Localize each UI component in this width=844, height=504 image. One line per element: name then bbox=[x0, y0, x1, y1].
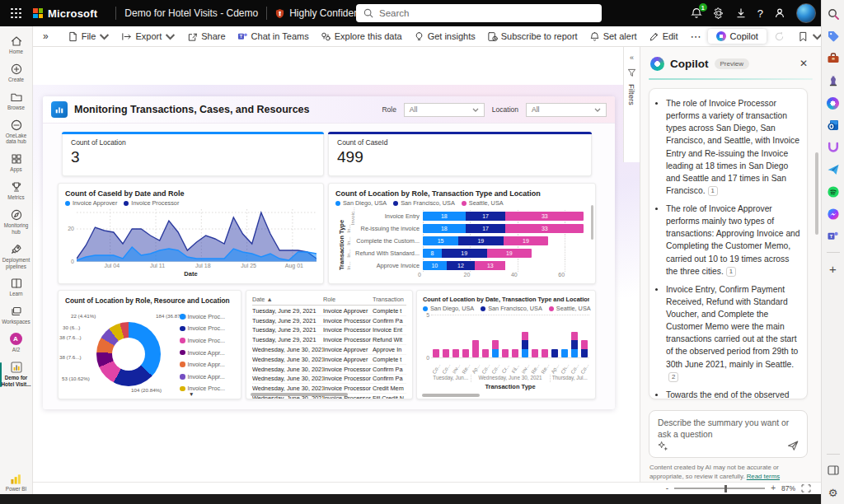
vbar-stack[interactable] bbox=[472, 340, 479, 357]
vbar-stack[interactable] bbox=[522, 332, 528, 357]
vbar-stack[interactable] bbox=[443, 349, 449, 357]
citation-chip[interactable]: 2 bbox=[668, 372, 678, 382]
account-avatar[interactable] bbox=[796, 3, 816, 23]
vbar-stack[interactable] bbox=[482, 349, 489, 357]
edge-search-icon[interactable] bbox=[827, 7, 840, 21]
sidebar-item-pipelines[interactable]: Deployment pipelines bbox=[0, 240, 33, 274]
filters-pane-collapsed[interactable]: « Filters bbox=[623, 47, 640, 162]
vbar-stack[interactable] bbox=[492, 340, 499, 357]
more-options-button[interactable]: ⋯ bbox=[684, 30, 708, 43]
clip-app-icon[interactable] bbox=[827, 141, 840, 154]
zoom-slider-thumb[interactable] bbox=[724, 485, 727, 492]
zoom-in-button[interactable]: + bbox=[771, 484, 776, 492]
outlook-icon[interactable] bbox=[827, 119, 840, 132]
chess-icon[interactable] bbox=[827, 74, 840, 87]
file-button[interactable]: File bbox=[62, 26, 116, 46]
donut-chart-location-by-role-resource[interactable]: Count of Location by Role, Resource and … bbox=[58, 290, 241, 399]
collapse-filters-icon[interactable]: « bbox=[630, 54, 634, 62]
legend-more-caret[interactable]: ▼ bbox=[189, 391, 194, 397]
toolbox-icon[interactable] bbox=[827, 52, 840, 65]
copilot-prompt-input[interactable]: Describe the summary you want or ask a q… bbox=[649, 410, 808, 458]
vbar-stack[interactable] bbox=[542, 349, 548, 357]
messenger-icon[interactable] bbox=[827, 208, 840, 221]
teams-button[interactable]: TChat in Teams bbox=[232, 26, 315, 46]
vbar-stack[interactable] bbox=[452, 349, 459, 357]
expand-nav-button[interactable]: » bbox=[40, 30, 52, 42]
kpi-card-count-of-location[interactable]: Count of Location 3 bbox=[62, 132, 324, 176]
download-button[interactable] bbox=[735, 7, 747, 19]
toggle-sidebar-icon[interactable] bbox=[827, 464, 840, 477]
close-copilot-button[interactable]: ✕ bbox=[796, 56, 811, 71]
vbar-stack[interactable] bbox=[561, 349, 568, 357]
copilot-app-icon[interactable] bbox=[827, 96, 840, 110]
table-column-header[interactable]: Date ▲ bbox=[252, 296, 323, 303]
vbar-stack[interactable] bbox=[581, 340, 588, 357]
hbar-stack[interactable]: 181733 bbox=[423, 212, 584, 221]
vbar-stack[interactable] bbox=[551, 349, 558, 357]
vbar-stack[interactable] bbox=[532, 349, 538, 357]
table-column-header[interactable]: Transaction bbox=[373, 296, 406, 303]
horizontal-scrollbar[interactable] bbox=[251, 393, 348, 396]
subscribe-button[interactable]: Subscribe to report bbox=[481, 26, 584, 46]
sidebar-item-learn[interactable]: Learn bbox=[0, 273, 33, 301]
vertical-scrollbar[interactable] bbox=[591, 205, 594, 240]
sidebar-item-browse[interactable]: Browse bbox=[0, 87, 33, 115]
settings-button[interactable] bbox=[713, 7, 724, 19]
send-icon[interactable] bbox=[787, 440, 799, 451]
kpi-card-count-of-caseid[interactable]: Count of CaseId 499 bbox=[328, 132, 592, 176]
fit-to-page-icon[interactable] bbox=[801, 484, 811, 492]
alert-button[interactable]: Set alert bbox=[584, 26, 643, 46]
suggestions-sparkle-icon[interactable] bbox=[658, 441, 668, 451]
sidebar-item-home[interactable]: Home bbox=[0, 31, 33, 59]
vbar-stack[interactable] bbox=[502, 349, 509, 357]
hbar-stack[interactable]: 81919 bbox=[423, 249, 532, 258]
export-button[interactable]: Export bbox=[115, 26, 181, 46]
edit-button[interactable]: Edit bbox=[643, 26, 684, 46]
table-visual-transactions[interactable]: Date ▲RoleTransactionTuesday, June 29, 2… bbox=[246, 290, 413, 399]
sidebar-item-report[interactable]: Demo for Hotel Visit... bbox=[0, 357, 33, 392]
sidebar-item-workspaces[interactable]: Workspaces bbox=[0, 301, 33, 329]
table-column-header[interactable]: Role bbox=[323, 296, 373, 303]
sidebar-item-onelake[interactable]: OneLake data hub bbox=[0, 115, 33, 150]
sidebar-item-ai2[interactable]: AAI2 bbox=[0, 329, 33, 357]
citation-chip[interactable]: 1 bbox=[708, 186, 718, 196]
vbar-stack[interactable] bbox=[433, 349, 439, 357]
plane-icon[interactable] bbox=[827, 163, 840, 176]
sidebar-item-metrics[interactable]: Metrics bbox=[0, 177, 33, 205]
role-filter-dropdown[interactable]: All bbox=[404, 103, 485, 117]
share-button[interactable]: Share bbox=[181, 26, 231, 46]
copilot-toolbar-button[interactable]: Copilot bbox=[708, 29, 767, 44]
area-chart-caseid-by-date-role[interactable]: Count of CaseId by Date and Role Invoice… bbox=[58, 183, 324, 284]
sidebar-item-apps[interactable]: Apps bbox=[0, 149, 33, 177]
donut-plot[interactable] bbox=[96, 322, 161, 386]
copilot-scrollbar[interactable] bbox=[815, 152, 818, 235]
location-filter-dropdown[interactable]: All bbox=[526, 103, 607, 117]
zoom-out-button[interactable]: - bbox=[666, 484, 668, 492]
waffle-menu-icon[interactable] bbox=[11, 8, 21, 19]
sidebar-item-create[interactable]: Create bbox=[0, 59, 33, 87]
vbar-stack[interactable] bbox=[512, 349, 518, 357]
teams-app-icon[interactable]: T bbox=[827, 230, 840, 243]
sidebar-settings-icon[interactable]: ⚙ bbox=[827, 486, 840, 499]
horizontal-scrollbar[interactable] bbox=[422, 394, 480, 397]
vbar-stack[interactable] bbox=[462, 349, 469, 357]
history-button[interactable] bbox=[774, 31, 785, 42]
sidebar-item-monitoring[interactable]: Monitoring hub bbox=[0, 205, 33, 240]
bar-chart-location-by-date-transaction[interactable]: Count of Location by Date, Transaction T… bbox=[416, 290, 596, 399]
global-search-input[interactable]: Search bbox=[356, 4, 602, 22]
notifications-button[interactable]: 1 bbox=[691, 7, 702, 19]
zoom-slider[interactable] bbox=[674, 488, 765, 489]
hbar-stack[interactable]: 151919 bbox=[423, 236, 548, 245]
read-terms-link[interactable]: Read terms bbox=[747, 473, 780, 480]
help-button[interactable]: ? bbox=[757, 7, 763, 20]
spotify-icon[interactable] bbox=[827, 185, 840, 198]
add-sidebar-item-icon[interactable]: + bbox=[827, 262, 840, 275]
powerbi-home[interactable]: Power BI bbox=[6, 473, 27, 494]
bar-chart-location-by-role-transaction[interactable]: Count of Location by Role, Transaction T… bbox=[328, 183, 596, 284]
insights-button[interactable]: Get insights bbox=[408, 26, 481, 46]
tag-icon[interactable] bbox=[827, 30, 840, 43]
microsoft-logo[interactable]: Microsoft bbox=[33, 7, 97, 20]
vbar-stack[interactable] bbox=[571, 332, 578, 357]
citation-chip[interactable]: 1 bbox=[726, 267, 736, 277]
explore-button[interactable]: Explore this data bbox=[315, 26, 408, 46]
